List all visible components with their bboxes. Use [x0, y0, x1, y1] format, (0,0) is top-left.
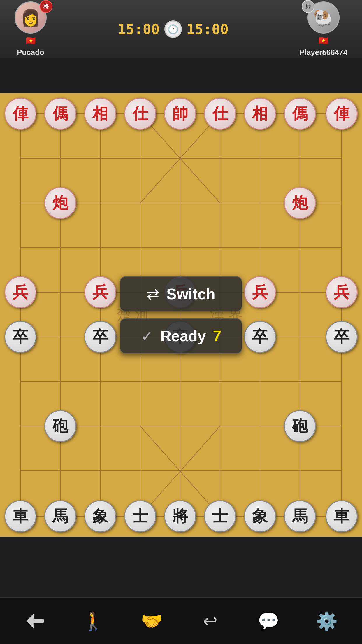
handshake-icon: 🤝	[141, 611, 163, 631]
piece-black-7-9[interactable]: 馬	[284, 500, 316, 532]
ready-button[interactable]: ✓ Ready 7	[120, 318, 242, 354]
piece-red-2-0[interactable]: 相	[84, 98, 116, 130]
flag-left: 🇻🇳	[26, 36, 36, 46]
back-button[interactable]	[15, 605, 55, 637]
piece-red-4-0[interactable]: 帥	[164, 98, 196, 130]
handshake-button[interactable]: 🤝	[131, 605, 172, 637]
piece-red-8-4[interactable]: 兵	[326, 276, 358, 308]
svg-rect-26	[32, 619, 44, 623]
chat-icon: 💬	[258, 611, 280, 631]
bottom-bar: 🚶 🤝 ↩ 💬 ⚙️	[0, 597, 362, 644]
header: 👩 将 🇻🇳 Pucado 15:00 🕐 15:00 帅 🐏 🇻🇳 Playe…	[0, 0, 362, 58]
ready-label: Ready	[161, 327, 206, 345]
piece-red-0-4[interactable]: 兵	[4, 276, 36, 308]
piece-red-7-0[interactable]: 傌	[284, 98, 316, 130]
settings-icon: ⚙️	[316, 611, 338, 631]
piece-black-0-9[interactable]: 車	[4, 500, 36, 532]
piece-red-6-0[interactable]: 相	[244, 98, 276, 130]
piece-red-6-4[interactable]: 兵	[244, 276, 276, 308]
ready-icon: ✓	[141, 327, 154, 345]
piece-black-1-9[interactable]: 馬	[44, 500, 76, 532]
flag-right: 🇻🇳	[318, 36, 328, 46]
player-right: 帅 🐏 🇻🇳 Player566474	[299, 1, 347, 57]
piece-black-6-9[interactable]: 象	[244, 500, 276, 532]
overlay-panel: ⇄ Switch ✓ Ready 7	[120, 276, 242, 354]
badge-right: 帅	[302, 0, 314, 13]
piece-black-0-5[interactable]: 卒	[4, 321, 36, 353]
piece-red-8-0[interactable]: 俥	[326, 98, 358, 130]
piece-black-7-7[interactable]: 砲	[284, 410, 316, 442]
timer-left: 15:00	[117, 21, 160, 37]
piece-red-1-2[interactable]: 炮	[44, 187, 76, 219]
player-left: 👩 将 🇻🇳 Pucado	[15, 1, 47, 57]
switch-icon: ⇄	[147, 285, 159, 303]
piece-red-0-0[interactable]: 俥	[4, 98, 36, 130]
timer-right: 15:00	[187, 21, 229, 37]
switch-button[interactable]: ⇄ Switch	[120, 276, 242, 312]
piece-red-3-0[interactable]: 仕	[124, 98, 156, 130]
piece-black-5-9[interactable]: 士	[204, 500, 236, 532]
piece-black-3-9[interactable]: 士	[124, 500, 156, 532]
player-right-name: Player566474	[299, 48, 347, 57]
walk-icon: 🚶	[82, 611, 104, 631]
piece-black-2-9[interactable]: 象	[84, 500, 116, 532]
piece-black-8-5[interactable]: 卒	[326, 321, 358, 353]
timer-center: 15:00 🕐 15:00	[117, 20, 229, 38]
back-icon	[25, 612, 45, 630]
piece-black-8-9[interactable]: 車	[326, 500, 358, 532]
ready-count: 7	[213, 327, 222, 345]
chat-button[interactable]: 💬	[248, 605, 289, 637]
game-board: .grid-line { stroke: #9a7030; stroke-wid…	[0, 93, 362, 537]
undo-button[interactable]: ↩	[190, 605, 231, 637]
piece-red-7-2[interactable]: 炮	[284, 187, 316, 219]
piece-red-1-0[interactable]: 傌	[44, 98, 76, 130]
player-left-name: Pucado	[17, 48, 44, 57]
switch-label: Switch	[166, 285, 215, 303]
piece-red-5-0[interactable]: 仕	[204, 98, 236, 130]
undo-icon: ↩	[203, 611, 217, 631]
piece-black-6-5[interactable]: 卒	[244, 321, 276, 353]
piece-red-2-4[interactable]: 兵	[84, 276, 116, 308]
piece-black-2-5[interactable]: 卒	[84, 321, 116, 353]
piece-black-4-9[interactable]: 將	[164, 500, 196, 532]
walk-button[interactable]: 🚶	[73, 605, 114, 637]
badge-left: 将	[40, 0, 52, 13]
piece-black-1-7[interactable]: 砲	[44, 410, 76, 442]
settings-button[interactable]: ⚙️	[307, 605, 347, 637]
clock-icon: 🕐	[164, 20, 182, 38]
